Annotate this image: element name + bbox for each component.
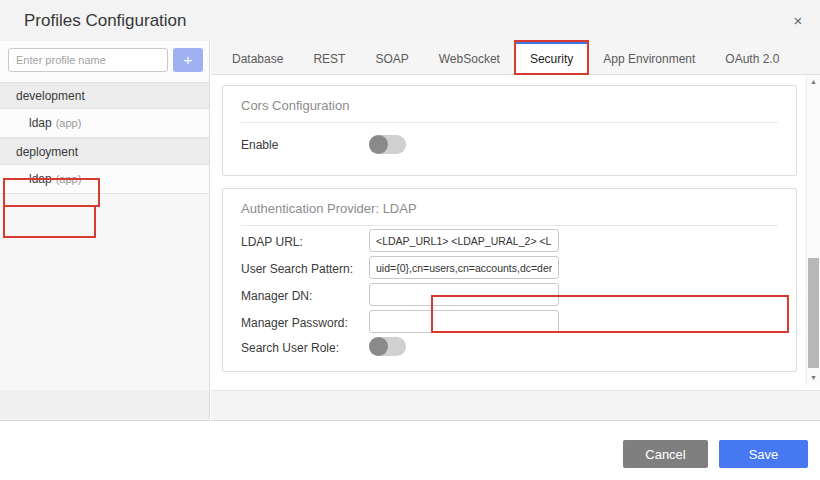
sidebar-item-ldap-development[interactable]: ldap (app) bbox=[0, 109, 209, 138]
search-user-role-toggle[interactable] bbox=[369, 337, 406, 356]
divider bbox=[241, 122, 778, 123]
tab-app-environment[interactable]: App Environment bbox=[588, 41, 710, 74]
sidebar-item-ldap-deployment[interactable]: ldap (app) bbox=[0, 165, 209, 194]
security-tab-panel: Cors Configuration Enable Authentication… bbox=[211, 75, 806, 390]
scroll-up-icon[interactable]: ▲ bbox=[807, 76, 820, 88]
tab-rest[interactable]: REST bbox=[298, 41, 360, 74]
profile-create-bar: + bbox=[0, 41, 209, 82]
profile-type-suffix: (app) bbox=[56, 173, 82, 185]
content-scrollbar[interactable]: ▲ ▼ bbox=[806, 75, 820, 385]
profiles-sidebar: + development ldap (app) deployment ldap… bbox=[0, 41, 210, 390]
sidebar-bottom-band bbox=[0, 390, 210, 421]
profile-label: ldap bbox=[29, 172, 52, 186]
profile-type-suffix: (app) bbox=[56, 117, 82, 129]
ldap-provider-card: Authentication Provider: LDAP LDAP URL: … bbox=[222, 188, 797, 372]
toggle-knob bbox=[369, 337, 388, 356]
toggle-knob bbox=[369, 135, 388, 154]
profile-name-input[interactable] bbox=[8, 48, 168, 72]
dialog-header: Profiles Configuration × bbox=[0, 0, 820, 41]
scrollbar-thumb[interactable] bbox=[808, 258, 819, 368]
profile-label: ldap bbox=[29, 116, 52, 130]
save-button[interactable]: Save bbox=[719, 440, 808, 468]
cors-enable-label: Enable bbox=[241, 138, 278, 152]
profiles-list: development ldap (app) deployment ldap (… bbox=[0, 82, 209, 194]
search-user-role-label: Search User Role: bbox=[241, 341, 339, 355]
dialog-footer: Cancel Save bbox=[0, 421, 820, 480]
sidebar-item-deployment[interactable]: deployment bbox=[0, 138, 209, 165]
tab-database[interactable]: Database bbox=[217, 41, 298, 74]
sidebar-item-development[interactable]: development bbox=[0, 82, 209, 109]
tab-websocket[interactable]: WebSocket bbox=[424, 41, 515, 74]
settings-tabbar: Database REST SOAP WebSocket Security Ap… bbox=[211, 41, 820, 75]
user-search-pattern-label: User Search Pattern: bbox=[241, 262, 353, 276]
content-bottom-band bbox=[211, 390, 820, 421]
tab-oauth[interactable]: OAuth 2.0 bbox=[710, 41, 794, 74]
profile-label: development bbox=[16, 89, 85, 103]
ldap-section-title: Authentication Provider: LDAP bbox=[241, 201, 417, 216]
cors-configuration-card: Cors Configuration Enable bbox=[222, 85, 797, 176]
ldap-url-label: LDAP URL: bbox=[241, 235, 303, 249]
profile-label: deployment bbox=[16, 145, 78, 159]
profiles-configuration-dialog: Profiles Configuration × + development l… bbox=[0, 0, 820, 480]
cancel-button[interactable]: Cancel bbox=[623, 440, 708, 468]
add-profile-button[interactable]: + bbox=[173, 48, 203, 72]
tab-soap[interactable]: SOAP bbox=[360, 41, 423, 74]
user-search-pattern-input[interactable] bbox=[369, 256, 559, 279]
cors-section-title: Cors Configuration bbox=[241, 98, 349, 113]
manager-password-label: Manager Password: bbox=[241, 316, 348, 330]
divider bbox=[241, 225, 778, 226]
manager-dn-input[interactable] bbox=[369, 283, 559, 306]
manager-dn-label: Manager DN: bbox=[241, 289, 312, 303]
scroll-down-icon[interactable]: ▼ bbox=[807, 372, 820, 384]
dialog-title: Profiles Configuration bbox=[24, 0, 187, 41]
ldap-url-input[interactable] bbox=[369, 229, 559, 252]
tab-security[interactable]: Security bbox=[515, 41, 588, 74]
cors-enable-toggle[interactable] bbox=[369, 135, 406, 154]
manager-password-input[interactable] bbox=[369, 310, 559, 333]
close-icon[interactable]: × bbox=[786, 9, 810, 33]
annotation-box-ldap-item bbox=[3, 205, 96, 238]
